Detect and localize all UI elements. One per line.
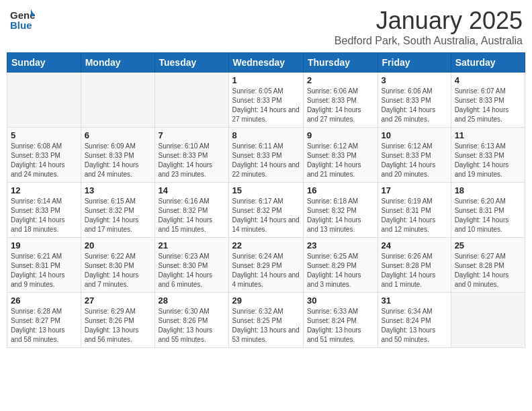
day-info: Sunrise: 6:22 AM Sunset: 8:30 PM Dayligh…: [85, 252, 151, 289]
day-number: 17: [382, 185, 447, 195]
calendar-cell: 31Sunrise: 6:34 AM Sunset: 8:24 PM Dayli…: [378, 293, 451, 348]
calendar-cell: 11Sunrise: 6:13 AM Sunset: 8:33 PM Dayli…: [451, 128, 525, 183]
day-number: 20: [85, 240, 151, 250]
day-info: Sunrise: 6:07 AM Sunset: 8:33 PM Dayligh…: [455, 87, 521, 124]
week-row-2: 5Sunrise: 6:08 AM Sunset: 8:33 PM Daylig…: [7, 128, 525, 183]
day-number: 3: [382, 75, 447, 85]
calendar-cell: [154, 73, 228, 128]
weekday-header-sunday: Sunday: [7, 53, 81, 73]
week-row-1: 1Sunrise: 6:05 AM Sunset: 8:33 PM Daylig…: [7, 73, 525, 128]
weekday-header-tuesday: Tuesday: [154, 53, 228, 73]
day-info: Sunrise: 6:10 AM Sunset: 8:33 PM Dayligh…: [159, 142, 225, 179]
calendar-cell: 2Sunrise: 6:06 AM Sunset: 8:33 PM Daylig…: [304, 73, 378, 128]
day-number: 12: [11, 185, 77, 195]
calendar-cell: 19Sunrise: 6:21 AM Sunset: 8:31 PM Dayli…: [7, 238, 81, 293]
day-info: Sunrise: 6:29 AM Sunset: 8:26 PM Dayligh…: [85, 307, 151, 345]
calendar-table: SundayMondayTuesdayWednesdayThursdayFrid…: [7, 52, 525, 348]
day-info: Sunrise: 6:23 AM Sunset: 8:30 PM Dayligh…: [159, 252, 225, 289]
page-header: General Blue January 2025 Bedford Park, …: [7, 7, 525, 47]
calendar-cell: 26Sunrise: 6:28 AM Sunset: 8:27 PM Dayli…: [7, 293, 81, 348]
day-number: 26: [11, 295, 77, 306]
svg-text:Blue: Blue: [10, 19, 32, 31]
calendar-cell: 10Sunrise: 6:12 AM Sunset: 8:33 PM Dayli…: [378, 128, 451, 183]
day-number: 13: [85, 185, 151, 195]
week-row-4: 19Sunrise: 6:21 AM Sunset: 8:31 PM Dayli…: [7, 238, 525, 293]
logo-mark: General Blue: [9, 7, 35, 35]
calendar-cell: 9Sunrise: 6:12 AM Sunset: 8:33 PM Daylig…: [304, 128, 378, 183]
logo: General Blue: [9, 7, 35, 35]
calendar-cell: 22Sunrise: 6:24 AM Sunset: 8:29 PM Dayli…: [228, 238, 303, 293]
calendar-cell: 5Sunrise: 6:08 AM Sunset: 8:33 PM Daylig…: [7, 128, 81, 183]
day-number: 23: [307, 240, 374, 250]
day-info: Sunrise: 6:26 AM Sunset: 8:28 PM Dayligh…: [382, 252, 447, 289]
day-number: 18: [455, 185, 521, 195]
day-number: 30: [307, 295, 374, 306]
day-number: 14: [159, 185, 225, 195]
day-number: 7: [159, 130, 225, 140]
day-number: 28: [159, 295, 225, 306]
day-info: Sunrise: 6:25 AM Sunset: 8:29 PM Dayligh…: [307, 252, 374, 289]
calendar-cell: [81, 73, 154, 128]
day-number: 31: [382, 295, 447, 306]
day-info: Sunrise: 6:28 AM Sunset: 8:27 PM Dayligh…: [11, 307, 77, 345]
location-title: Bedford Park, South Australia, Australia: [335, 35, 523, 47]
day-info: Sunrise: 6:17 AM Sunset: 8:32 PM Dayligh…: [232, 197, 300, 234]
calendar-cell: [451, 293, 525, 348]
calendar-cell: 7Sunrise: 6:10 AM Sunset: 8:33 PM Daylig…: [154, 128, 228, 183]
day-info: Sunrise: 6:20 AM Sunset: 8:31 PM Dayligh…: [455, 197, 521, 234]
calendar-cell: 23Sunrise: 6:25 AM Sunset: 8:29 PM Dayli…: [304, 238, 378, 293]
calendar-cell: [7, 73, 81, 128]
day-info: Sunrise: 6:06 AM Sunset: 8:33 PM Dayligh…: [307, 87, 374, 124]
calendar-cell: 29Sunrise: 6:32 AM Sunset: 8:25 PM Dayli…: [228, 293, 303, 348]
calendar-cell: 15Sunrise: 6:17 AM Sunset: 8:32 PM Dayli…: [228, 183, 303, 238]
day-info: Sunrise: 6:06 AM Sunset: 8:33 PM Dayligh…: [382, 87, 447, 124]
day-number: 9: [307, 130, 374, 140]
day-number: 19: [11, 240, 77, 250]
day-info: Sunrise: 6:21 AM Sunset: 8:31 PM Dayligh…: [11, 252, 77, 289]
day-number: 22: [232, 240, 300, 250]
day-number: 27: [85, 295, 151, 306]
title-block: January 2025 Bedford Park, South Austral…: [335, 7, 523, 47]
day-number: 29: [232, 295, 300, 306]
calendar-cell: 8Sunrise: 6:11 AM Sunset: 8:33 PM Daylig…: [228, 128, 303, 183]
day-info: Sunrise: 6:11 AM Sunset: 8:33 PM Dayligh…: [232, 142, 300, 179]
calendar-cell: 1Sunrise: 6:05 AM Sunset: 8:33 PM Daylig…: [228, 73, 303, 128]
calendar-cell: 14Sunrise: 6:16 AM Sunset: 8:32 PM Dayli…: [154, 183, 228, 238]
day-info: Sunrise: 6:34 AM Sunset: 8:24 PM Dayligh…: [382, 307, 447, 345]
day-info: Sunrise: 6:12 AM Sunset: 8:33 PM Dayligh…: [382, 142, 447, 179]
day-info: Sunrise: 6:12 AM Sunset: 8:33 PM Dayligh…: [307, 142, 374, 179]
day-info: Sunrise: 6:19 AM Sunset: 8:31 PM Dayligh…: [382, 197, 447, 234]
weekday-header-monday: Monday: [81, 53, 154, 73]
day-number: 4: [455, 75, 521, 85]
calendar-cell: 18Sunrise: 6:20 AM Sunset: 8:31 PM Dayli…: [451, 183, 525, 238]
weekday-header-saturday: Saturday: [451, 53, 525, 73]
day-number: 10: [382, 130, 447, 140]
day-info: Sunrise: 6:13 AM Sunset: 8:33 PM Dayligh…: [455, 142, 521, 179]
day-number: 21: [159, 240, 225, 250]
day-number: 24: [382, 240, 447, 250]
day-info: Sunrise: 6:05 AM Sunset: 8:33 PM Dayligh…: [232, 87, 300, 124]
calendar-cell: 4Sunrise: 6:07 AM Sunset: 8:33 PM Daylig…: [451, 73, 525, 128]
calendar-cell: 28Sunrise: 6:30 AM Sunset: 8:26 PM Dayli…: [154, 293, 228, 348]
day-number: 1: [232, 75, 300, 85]
calendar-cell: 20Sunrise: 6:22 AM Sunset: 8:30 PM Dayli…: [81, 238, 154, 293]
calendar-cell: 17Sunrise: 6:19 AM Sunset: 8:31 PM Dayli…: [378, 183, 451, 238]
calendar-cell: 24Sunrise: 6:26 AM Sunset: 8:28 PM Dayli…: [378, 238, 451, 293]
day-number: 25: [455, 240, 521, 250]
calendar-cell: 25Sunrise: 6:27 AM Sunset: 8:28 PM Dayli…: [451, 238, 525, 293]
day-info: Sunrise: 6:15 AM Sunset: 8:32 PM Dayligh…: [85, 197, 151, 234]
day-info: Sunrise: 6:16 AM Sunset: 8:32 PM Dayligh…: [159, 197, 225, 234]
calendar-cell: 16Sunrise: 6:18 AM Sunset: 8:32 PM Dayli…: [304, 183, 378, 238]
day-number: 8: [232, 130, 300, 140]
calendar-cell: 12Sunrise: 6:14 AM Sunset: 8:33 PM Dayli…: [7, 183, 81, 238]
calendar-cell: 6Sunrise: 6:09 AM Sunset: 8:33 PM Daylig…: [81, 128, 154, 183]
calendar-cell: 27Sunrise: 6:29 AM Sunset: 8:26 PM Dayli…: [81, 293, 154, 348]
week-row-3: 12Sunrise: 6:14 AM Sunset: 8:33 PM Dayli…: [7, 183, 525, 238]
day-info: Sunrise: 6:18 AM Sunset: 8:32 PM Dayligh…: [307, 197, 374, 234]
day-info: Sunrise: 6:09 AM Sunset: 8:33 PM Dayligh…: [85, 142, 151, 179]
calendar-cell: 21Sunrise: 6:23 AM Sunset: 8:30 PM Dayli…: [154, 238, 228, 293]
day-info: Sunrise: 6:08 AM Sunset: 8:33 PM Dayligh…: [11, 142, 77, 179]
week-row-5: 26Sunrise: 6:28 AM Sunset: 8:27 PM Dayli…: [7, 293, 525, 348]
weekday-header-friday: Friday: [378, 53, 451, 73]
weekday-header-wednesday: Wednesday: [228, 53, 303, 73]
